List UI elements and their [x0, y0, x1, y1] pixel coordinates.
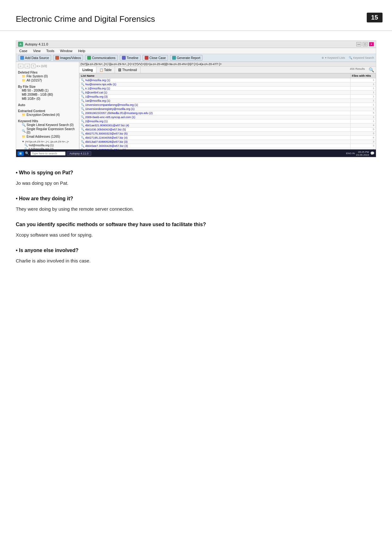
tab-table[interactable]: 📋 Table: [96, 67, 115, 73]
nav-forward-button[interactable]: →: [25, 64, 30, 68]
auto-label: Auto: [18, 103, 77, 107]
keyword-lists-button[interactable]: ⊕ ▾ Keyword Lists: [322, 56, 345, 59]
result-name[interactable]: 🔍 1inversioncomparelarong@mozilla.org (1…: [80, 103, 351, 107]
single-literal-item[interactable]: 🔍 Single Literal Keyword Search (0): [18, 123, 77, 127]
result-name[interactable]: 🔍 n.1@mozilla.org (1): [80, 87, 351, 91]
table-row[interactable]: 🔍 2@mozilla.org (1) 1: [80, 119, 376, 123]
generate-report-button[interactable]: Generate Report: [170, 55, 203, 61]
file-system-item[interactable]: 📁 File System (0): [18, 74, 77, 78]
clock-time: 05:25 PM: [356, 151, 369, 154]
table-row[interactable]: 🔍 4b01ae321.80900301@e57.biz (4) 4: [80, 123, 376, 128]
close-case-button[interactable]: Close Case: [142, 55, 168, 61]
nav-up-button[interactable]: ↑: [31, 64, 35, 68]
result-name[interactable]: 🔍 200919023/2057.2b06edla.0f1@mustang.np…: [80, 111, 351, 115]
keyword-search-button[interactable]: 🔍 Keyword Search: [349, 56, 374, 59]
communications-button[interactable]: Communications: [85, 55, 118, 61]
extracted-content-label: Extracted Content: [18, 109, 77, 113]
menu-tools[interactable]: Tools: [45, 49, 56, 53]
result-hits: 4: [351, 136, 376, 140]
email-addresses-label: Email Addresses (1265): [27, 135, 60, 138]
tree-item-2[interactable]: 🔍 0.5@mozilla.org (2): [18, 147, 77, 149]
images-videos-button[interactable]: Images/Videos: [53, 55, 83, 61]
close-button[interactable]: ✕: [369, 42, 374, 46]
tab-listing[interactable]: Listing: [79, 67, 96, 73]
result-name[interactable]: 🔍 4b01030.30b56063@e57.biz (5): [80, 128, 351, 132]
result-hits: 1: [351, 82, 376, 87]
result-name[interactable]: 🔍 1ar@mozilla.org (1): [80, 99, 351, 103]
start-button[interactable]: ⊞: [17, 151, 24, 156]
add-data-source-button[interactable]: Add Data Source: [18, 55, 51, 61]
table-row[interactable]: 🔍 4b01030.30b56063@e57.biz (5) 5: [80, 128, 376, 132]
result-hits: 4: [351, 123, 376, 128]
size-1gb-plus[interactable]: MB 1GB+ (0): [18, 97, 77, 101]
all-files-item[interactable]: 📁 All (10157): [18, 78, 77, 82]
col-list-name: List Name: [80, 74, 351, 78]
result-hits: 1: [351, 99, 376, 103]
result-hits: 1: [351, 91, 376, 95]
result-name[interactable]: 🔍 4b01ae321.80900301@e57.biz (4): [80, 123, 351, 128]
address-path: (%7)[a-zA-Z9-%+,.]+(-\)[a-zA-Z9-%+,.]+|+…: [81, 63, 375, 66]
nav-back-button[interactable]: ←: [18, 64, 23, 68]
page-header: Electronic Crime and Digital Forensics: [0, 0, 392, 31]
window-controls[interactable]: — □ ✕: [356, 42, 374, 46]
result-name[interactable]: 🔍 4b013a07.60880528@e57.biz (3): [80, 140, 351, 144]
table-row[interactable]: 🔍 1inversioncomparelarong@mozilla.org (1…: [80, 103, 376, 107]
table-row[interactable]: 🔍 4b027195.22404058@e57.biz (4) 4: [80, 136, 376, 140]
table-row[interactable]: 🔍 1@mozilla.org (3) 1: [80, 95, 376, 99]
table-row[interactable]: 🔍 4b04See7.30000428@e57.biz (3) 3: [80, 144, 376, 148]
address-bar: (%7)[a-zA-Z9-%+,.]+(-\)[a-zA-Z9-%+,.]+|+…: [79, 62, 376, 67]
tree-root[interactable]: ▼ (%7)[a-zA-Z9-%+,.]+(..)[a-zA-Z9-%+,.]+: [18, 140, 77, 143]
maximize-button[interactable]: □: [363, 42, 368, 46]
result-hits: 1: [351, 103, 376, 107]
minimize-button[interactable]: —: [356, 42, 361, 46]
result-name[interactable]: 🔍 0@cert5nf.cat (1): [80, 91, 351, 95]
menu-window[interactable]: Window: [59, 49, 74, 53]
notification-icon[interactable]: 💬: [370, 151, 375, 155]
result-name[interactable]: 🔍 %d@mozilla.org (1): [80, 78, 351, 82]
table-row[interactable]: 🔍 200919023/2057.2b06edla.0f1@mustang.np…: [80, 111, 376, 115]
result-name[interactable]: 🔍 4b027175.30000323@e57.biz (5): [80, 132, 351, 136]
autopsy-main-area: ← → ↑ x:= (1/2) Deleted Files 📁 File Sys…: [16, 62, 376, 149]
view-tabs: Listing 📋 Table 🖼 Thumbnail 456 Results …: [79, 67, 376, 73]
table-row[interactable]: 🔍 %d@mozilla.org (1) 1: [80, 78, 376, 82]
table-row[interactable]: 🔍 1ar@mozilla.org (1) 1: [80, 99, 376, 103]
taskbar-open-app[interactable]: Autopsy 4.11.0: [67, 151, 91, 156]
result-name[interactable]: 🔍 4b027195.22404058@e57.biz (4): [80, 136, 351, 140]
table-row[interactable]: 🔍 4b013a07.60880528@e57.biz (3) 3: [80, 140, 376, 144]
taskbar-search-input[interactable]: [31, 152, 65, 155]
size-50-200mb[interactable]: MB 50 - 200MB (1): [18, 88, 77, 93]
tree-section: ▼ (%7)[a-zA-Z9-%+,.]+(..)[a-zA-Z9-%+,.]+…: [16, 139, 79, 149]
answer-q3: Xcopy software was used for spying.: [16, 231, 376, 239]
question-q4: Is anyone else involved?: [16, 248, 376, 253]
table-row[interactable]: 🔍 2009-0web-enc-n05.syncop.aol.com (1) 1: [80, 115, 376, 119]
table-row[interactable]: 🔍 1inversiondoseregistry@mozilla.org (1)…: [80, 107, 376, 111]
result-hits: 1: [351, 119, 376, 123]
result-hits: 1: [351, 107, 376, 111]
result-name[interactable]: 🔍 1@mozilla.org (3): [80, 95, 351, 99]
result-name[interactable]: 🔍 %u@osnenv.nps.edu (1): [80, 82, 351, 87]
menu-view[interactable]: View: [32, 49, 42, 53]
deleted-files-label: Deleted Files: [18, 71, 77, 74]
result-name[interactable]: 🔍 1inversiondoseregistry@mozilla.org (1): [80, 107, 351, 111]
result-name[interactable]: 🔍 2@mozilla.org (1): [80, 119, 351, 123]
taskbar-items: Autopsy 4.11.0: [67, 151, 345, 156]
tab-thumbnail[interactable]: 🖼 Thumbnail: [115, 67, 140, 73]
result-hits: 3: [351, 144, 376, 148]
table-row[interactable]: 🔍 %u@osnenv.nps.edu (1) 1: [80, 82, 376, 87]
single-regex-item[interactable]: 🔍 Single Regular Expression Search (0): [18, 127, 77, 135]
search-icon[interactable]: 🔍: [367, 67, 376, 73]
table-row[interactable]: 🔍 4b027175.30000323@e57.biz (5) 5: [80, 132, 376, 136]
table-row[interactable]: 🔍 n.1@mozilla.org (1) 1: [80, 87, 376, 91]
result-name[interactable]: 🔍 2009-0web-enc-n05.syncop.aol.com (1): [80, 115, 351, 119]
left-panel: ← → ↑ x:= (1/2) Deleted Files 📁 File Sys…: [16, 62, 79, 149]
timeline-button[interactable]: Timeline: [120, 55, 141, 61]
encryption-detected-item[interactable]: 📁 Encryption Detected (4): [18, 113, 77, 117]
tree-item-1[interactable]: 🔍 %d@mozilla.org (1): [18, 143, 77, 147]
screenshot-container: A Autopsy 4.11.0 — □ ✕ Case View Tools W…: [16, 40, 376, 157]
menu-case[interactable]: Case: [18, 49, 29, 53]
table-row[interactable]: 🔍 0@cert5nf.cat (1) 1: [80, 91, 376, 95]
email-addresses-item[interactable]: 📁 Email Addresses (1265): [18, 135, 77, 139]
result-name[interactable]: 🔍 4b04See7.30000428@e57.biz (3): [80, 144, 351, 148]
menu-help[interactable]: Help: [77, 49, 87, 53]
size-200mb-1gb[interactable]: MB 200MB - 1GB (80): [18, 93, 77, 97]
